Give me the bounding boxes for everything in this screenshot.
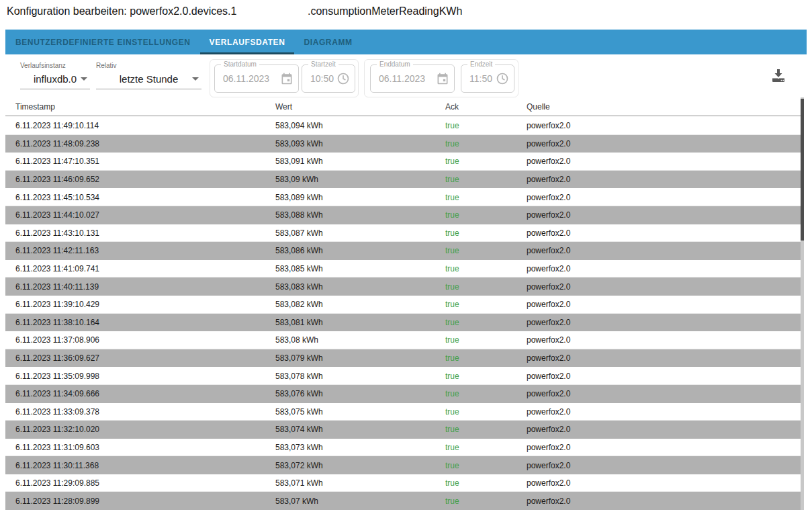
tab-bar: BENUTZERDEFINIERTE EINSTELLUNGEN VERLAUF… [5,30,807,54]
cell-quelle: powerfox2.0 [527,353,801,363]
cell-timestamp: 6.11.2023 11:35:09.998 [5,372,275,381]
cell-ack: true [445,461,527,470]
cell-quelle: powerfox2.0 [527,300,801,309]
table-row: 6.11.2023 11:45:10.534583,089 kWhtruepow… [5,188,801,206]
table-row: 6.11.2023 11:40:11.139583,083 kWhtruepow… [5,277,801,296]
cell-ack: true [445,353,527,363]
table-row: 6.11.2023 11:29:09.885583,071 kWhtruepow… [5,474,801,492]
cell-quelle: powerfox2.0 [527,407,801,417]
cell-quelle: powerfox2.0 [527,335,801,345]
table-row: 6.11.2023 11:30:11.368583,072 kWhtruepow… [5,456,801,474]
cell-timestamp: 6.11.2023 11:46:09.652 [5,175,275,184]
cell-wert: 583,074 kWh [275,425,445,434]
chevron-down-icon [81,77,87,81]
cell-ack: true [445,389,527,398]
cell-wert: 583,087 kWh [275,228,445,238]
cell-timestamp: 6.11.2023 11:29:09.885 [5,478,275,488]
cell-wert: 583,091 kWh [275,157,445,166]
scrollbar-track[interactable] [801,97,804,510]
cell-wert: 583,082 kWh [275,300,445,309]
cell-timestamp: 6.11.2023 11:28:09.899 [5,497,275,506]
cell-timestamp: 6.11.2023 11:45:10.534 [5,193,275,202]
cell-wert: 583,07 kWh [275,497,445,506]
cell-wert: 583,073 kWh [275,443,445,452]
relative-range-label: Relativ [96,62,201,69]
cell-wert: 583,093 kWh [275,139,445,148]
table-row: 6.11.2023 11:28:09.899583,07 kWhtruepowe… [5,492,801,510]
cell-quelle: powerfox2.0 [527,175,801,184]
cell-quelle: powerfox2.0 [527,389,801,398]
history-instance-select[interactable]: Verlaufsinstanz influxdb.0 [20,62,90,95]
table-row: 6.11.2023 11:35:09.998583,078 kWhtruepow… [5,367,801,385]
end-date-field: Enddatum 06.11.2023 [370,64,455,93]
cell-wert: 583,076 kWh [275,389,445,398]
cell-wert: 583,078 kWh [275,372,445,381]
cell-quelle: powerfox2.0 [527,318,801,327]
cell-timestamp: 6.11.2023 11:39:10.429 [5,300,275,309]
cell-timestamp: 6.11.2023 11:47:10.351 [5,157,275,166]
table-row: 6.11.2023 11:46:09.652583,09 kWhtruepowe… [5,171,801,189]
table-row: 6.11.2023 11:38:10.164583,081 kWhtruepow… [5,314,801,332]
table-row: 6.11.2023 11:36:09.627583,079 kWhtruepow… [5,349,801,368]
end-datetime-group: Enddatum 06.11.2023 Endzeit 11:50 [364,59,518,97]
cell-ack: true [445,478,527,488]
tab-chart[interactable]: DIAGRAMM [294,30,361,54]
table-row: 6.11.2023 11:31:09.603583,073 kWhtruepow… [5,439,801,457]
table-row: 6.11.2023 11:43:10.131583,087 kWhtruepow… [5,224,801,243]
export-download-button[interactable] [770,66,788,85]
cell-timestamp: 6.11.2023 11:34:09.666 [5,389,275,398]
cell-ack: true [445,228,527,238]
cell-quelle: powerfox2.0 [527,139,801,148]
cell-wert: 583,09 kWh [275,175,445,184]
table-row: 6.11.2023 11:44:10.027583,088 kWhtruepow… [5,206,801,224]
scrollbar-thumb[interactable] [801,99,804,241]
column-header-timestamp: Timestamp [5,102,275,112]
cell-timestamp: 6.11.2023 11:43:10.131 [5,228,275,238]
start-date-label: Startdatum [221,60,259,68]
tab-custom-settings[interactable]: BENUTZERDEFINIERTE EINSTELLUNGEN [6,30,200,54]
table-header: Timestamp Wert Ack Quelle [5,97,801,116]
start-time-value: 10:50 [310,73,334,84]
history-instance-label: Verlaufsinstanz [20,62,90,69]
cell-ack: true [445,175,527,184]
cell-ack: true [445,497,527,506]
start-datetime-group: Startdatum 06.11.2023 Startzeit 10:50 [210,59,359,97]
download-icon [770,67,788,84]
end-time-field: Endzeit 11:50 [461,64,514,93]
cell-wert: 583,089 kWh [275,193,445,202]
cell-quelle: powerfox2.0 [527,193,801,202]
cell-ack: true [445,372,527,381]
cell-ack: true [445,264,527,273]
cell-timestamp: 6.11.2023 11:49:10.114 [5,121,275,130]
cell-wert: 583,08 kWh [275,335,445,345]
tab-chart-label: DIAGRAMM [304,38,352,47]
cell-ack: true [445,318,527,327]
cell-quelle: powerfox2.0 [527,497,801,506]
table-row: 6.11.2023 11:39:10.429583,082 kWhtruepow… [5,296,801,314]
cell-timestamp: 6.11.2023 11:38:10.164 [5,318,275,327]
clock-icon [336,72,350,85]
column-header-wert: Wert [275,102,445,112]
cell-quelle: powerfox2.0 [527,282,801,292]
tab-history-data[interactable]: VERLAUFSDATEN [200,30,295,54]
end-time-value: 11:50 [469,73,494,84]
cell-wert: 583,088 kWh [275,210,445,220]
tab-custom-settings-label: BENUTZERDEFINIERTE EINSTELLUNGEN [15,38,191,47]
end-date-label: Enddatum [377,60,413,68]
table-row: 6.11.2023 11:37:08.906583,08 kWhtruepowe… [5,331,801,349]
clock-icon [496,72,509,85]
column-header-quelle: Quelle [527,102,801,112]
cell-ack: true [445,282,527,292]
cell-wert: 583,083 kWh [275,282,445,292]
cell-ack: true [445,157,527,166]
cell-timestamp: 6.11.2023 11:40:11.139 [5,282,275,292]
cell-wert: 583,072 kWh [275,461,445,470]
cell-quelle: powerfox2.0 [527,372,801,381]
relative-range-select[interactable]: Relativ letzte Stunde [96,62,201,95]
cell-quelle: powerfox2.0 [527,228,801,238]
cell-quelle: powerfox2.0 [527,478,801,488]
start-date-value: 06.11.2023 [223,73,269,84]
tab-history-data-label: VERLAUFSDATEN [210,38,285,47]
cell-ack: true [445,407,527,417]
table-row: 6.11.2023 11:41:09.741583,085 kWhtruepow… [5,260,801,278]
